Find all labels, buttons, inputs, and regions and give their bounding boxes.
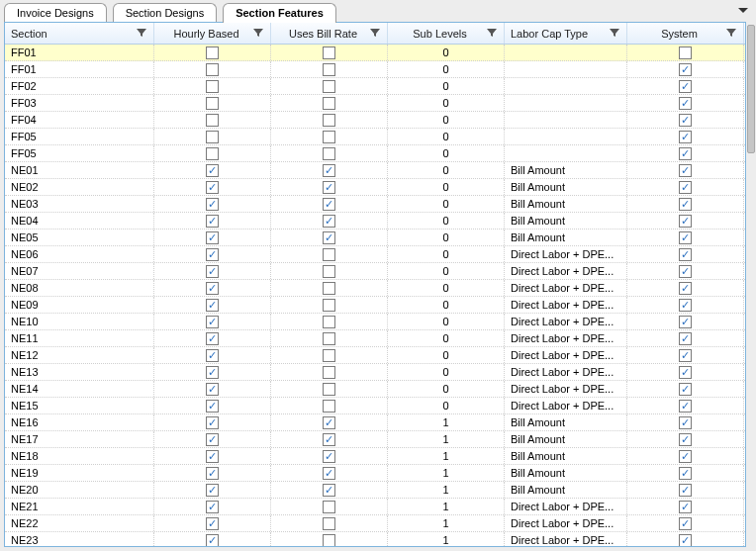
checkbox[interactable] (323, 383, 335, 396)
checkbox[interactable] (679, 265, 692, 278)
table-row[interactable]: FF010 (5, 61, 745, 78)
cell-cap[interactable] (505, 45, 627, 60)
cell-section[interactable]: FF04 (5, 112, 154, 128)
checkbox[interactable] (679, 400, 692, 413)
cell-sub[interactable]: 1 (388, 532, 505, 546)
cell-sub[interactable]: 0 (388, 398, 505, 413)
checkbox[interactable] (206, 416, 219, 429)
cell-bill[interactable] (271, 61, 388, 77)
cell-system[interactable] (627, 196, 744, 212)
cell-system[interactable] (627, 95, 744, 111)
cell-hourly[interactable] (154, 78, 271, 94)
table-row[interactable]: NE191Bill Amount (5, 465, 745, 482)
cell-cap[interactable]: Bill Amount (505, 465, 627, 481)
tab-section-features[interactable]: Section Features (223, 3, 336, 23)
cell-cap[interactable] (505, 78, 627, 94)
checkbox[interactable] (323, 131, 335, 143)
checkbox[interactable] (206, 97, 219, 110)
cell-section[interactable]: NE11 (5, 330, 154, 346)
cell-system[interactable] (627, 213, 744, 229)
cell-section[interactable]: NE03 (5, 196, 154, 212)
cell-hourly[interactable] (154, 263, 271, 279)
tab-invoice-designs[interactable]: Invoice Designs (4, 3, 107, 23)
cell-system[interactable] (627, 448, 744, 464)
cell-cap[interactable]: Direct Labor + DPE... (505, 330, 627, 346)
cell-bill[interactable] (271, 78, 388, 94)
cell-system[interactable] (627, 347, 744, 363)
cell-bill[interactable] (271, 129, 388, 144)
cell-system[interactable] (627, 230, 744, 245)
checkbox[interactable] (206, 484, 219, 497)
cell-system[interactable] (627, 145, 744, 161)
checkbox[interactable] (679, 517, 692, 530)
cell-cap[interactable]: Direct Labor + DPE... (505, 263, 627, 279)
cell-sub[interactable]: 0 (388, 61, 505, 77)
cell-sub[interactable]: 0 (388, 297, 505, 313)
filter-icon[interactable] (486, 27, 500, 41)
cell-system[interactable] (627, 314, 744, 329)
cell-hourly[interactable] (154, 162, 271, 178)
header-system[interactable]: System (627, 23, 744, 44)
cell-cap[interactable]: Direct Labor + DPE... (505, 364, 627, 380)
cell-cap[interactable] (505, 61, 627, 77)
cell-hourly[interactable] (154, 414, 271, 430)
checkbox[interactable] (323, 181, 335, 194)
cell-system[interactable] (627, 61, 744, 77)
cell-cap[interactable]: Bill Amount (505, 230, 627, 245)
cell-bill[interactable] (271, 246, 388, 262)
cell-bill[interactable] (271, 482, 388, 498)
cell-sub[interactable]: 1 (388, 499, 505, 514)
table-row[interactable]: FF040 (5, 112, 745, 129)
checkbox[interactable] (323, 349, 335, 362)
cell-sub[interactable]: 0 (388, 179, 505, 195)
cell-section[interactable]: FF01 (5, 45, 154, 60)
cell-section[interactable]: NE01 (5, 162, 154, 178)
cell-section[interactable]: NE08 (5, 280, 154, 296)
checkbox[interactable] (323, 433, 335, 446)
header-uses-bill-rate[interactable]: Uses Bill Rate (271, 23, 388, 44)
checkbox[interactable] (323, 534, 335, 547)
cell-cap[interactable]: Bill Amount (505, 414, 627, 430)
checkbox[interactable] (206, 433, 219, 446)
checkbox[interactable] (679, 46, 692, 59)
cell-section[interactable]: FF03 (5, 95, 154, 111)
cell-system[interactable] (627, 78, 744, 94)
cell-system[interactable] (627, 45, 744, 60)
checkbox[interactable] (679, 198, 692, 211)
cell-bill[interactable] (271, 95, 388, 111)
cell-section[interactable]: NE16 (5, 414, 154, 430)
cell-cap[interactable]: Bill Amount (505, 196, 627, 212)
checkbox[interactable] (679, 534, 692, 547)
cell-section[interactable]: NE13 (5, 364, 154, 380)
cell-cap[interactable] (505, 95, 627, 111)
cell-system[interactable] (627, 465, 744, 481)
checkbox[interactable] (206, 181, 219, 194)
cell-sub[interactable]: 0 (388, 280, 505, 296)
table-row[interactable]: NE211Direct Labor + DPE... (5, 499, 745, 515)
checkbox[interactable] (323, 147, 335, 160)
tab-section-designs[interactable]: Section Designs (113, 3, 218, 23)
cell-section[interactable]: NE02 (5, 179, 154, 195)
cell-system[interactable] (627, 297, 744, 313)
checkbox[interactable] (206, 450, 219, 463)
header-section[interactable]: Section (5, 23, 154, 44)
header-sub-levels[interactable]: Sub Levels (388, 23, 505, 44)
cell-bill[interactable] (271, 465, 388, 481)
checkbox[interactable] (206, 265, 219, 278)
cell-hourly[interactable] (154, 381, 271, 397)
cell-hourly[interactable] (154, 196, 271, 212)
table-row[interactable]: FF010 (5, 45, 745, 61)
cell-system[interactable] (627, 364, 744, 380)
cell-hourly[interactable] (154, 465, 271, 481)
cell-cap[interactable]: Bill Amount (505, 431, 627, 447)
cell-sub[interactable]: 0 (388, 263, 505, 279)
checkbox[interactable] (323, 282, 335, 295)
cell-bill[interactable] (271, 330, 388, 346)
checkbox[interactable] (206, 80, 219, 93)
checkbox[interactable] (679, 282, 692, 295)
header-hourly-based[interactable]: Hourly Based (154, 23, 271, 44)
checkbox[interactable] (679, 164, 692, 177)
cell-bill[interactable] (271, 213, 388, 229)
cell-cap[interactable]: Direct Labor + DPE... (505, 499, 627, 514)
cell-section[interactable]: NE21 (5, 499, 154, 514)
